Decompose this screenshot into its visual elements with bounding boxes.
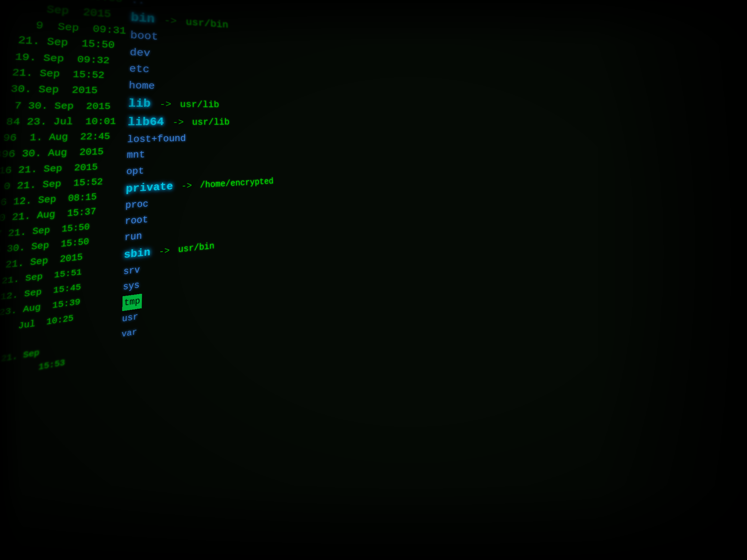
list-item: lib64 -> usr/lib	[127, 113, 398, 131]
right-column: .. bin -> usr/bin boot dev etc home lib …	[121, 0, 416, 343]
terminal-screen: Sep 15:53 Sep 2015 9 Sep 09:31 21. Sep 1…	[0, 0, 747, 560]
list-item: lib -> usr/lib	[128, 94, 397, 113]
left-column: Sep 15:53 Sep 2015 9 Sep 09:31 21. Sep 1…	[0, 0, 131, 395]
bottom-fade	[0, 485, 747, 560]
list-item: 7 30. Sep 2015	[0, 98, 128, 113]
list-item: 84 23. Jul 10:01	[0, 115, 128, 130]
list-item: 30. Sep 2015	[0, 81, 129, 99]
right-fade	[598, 0, 747, 560]
terminal-content: Sep 15:53 Sep 2015 9 Sep 09:31 21. Sep 1…	[0, 0, 407, 18]
list-item: 96 1. Aug 22:45	[0, 130, 127, 147]
